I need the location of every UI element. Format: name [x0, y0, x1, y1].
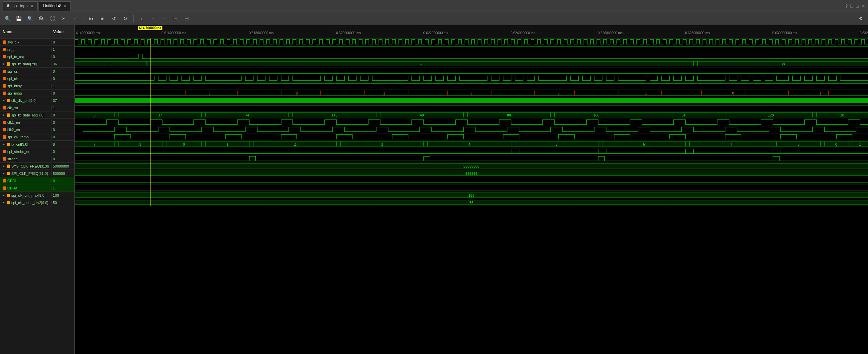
timeline-marker: 0.620000000 ms — [336, 31, 361, 35]
expand-icon[interactable]: ▶ — [3, 99, 5, 102]
go-begin-button[interactable]: ⏮ — [87, 14, 96, 23]
signal-row[interactable]: spi_mosi0 — [0, 90, 74, 97]
reload-button[interactable]: ↺ — [109, 14, 119, 23]
waveform-area[interactable]: 614.700000 ns 0.6140000000 ms0.616000000… — [75, 25, 868, 354]
timeline-marker: 0.618000000 ms — [249, 31, 274, 35]
signal-name-text: tx_cnt[3:0] — [11, 142, 28, 146]
arrow-button[interactable]: → — [70, 14, 80, 23]
signal-row[interactable]: spi_tx_req0 — [0, 53, 74, 60]
signal-row[interactable]: spi_cs0 — [0, 68, 74, 75]
signal-row[interactable]: spi_clk_temp0 — [0, 133, 74, 141]
signal-type-icon — [3, 157, 6, 161]
expand-icon[interactable]: ▶ — [3, 143, 5, 146]
help-button[interactable]: ? — [845, 3, 848, 9]
signal-list-panel: Name Value sys_clk0rst_n1spi_tx_req0▶spi… — [0, 25, 75, 354]
signal-name-text: spi_busy — [7, 84, 22, 88]
tab-untitled4[interactable]: Untitled 4* ✕ — [39, 1, 70, 11]
signal-row[interactable]: spi_clk0 — [0, 75, 74, 82]
zoom-in-button[interactable]: 🔍 — [25, 14, 35, 23]
signal-name-text: spi_clk_cnt_max[9:0] — [11, 193, 45, 198]
signal-name-text: spi_clk_cnt..._div2[9:0] — [11, 201, 48, 205]
expand-icon[interactable]: ▶ — [3, 201, 5, 204]
signal-name-label: spi_strobe_en — [0, 150, 51, 153]
signal-type-icon — [3, 150, 6, 153]
signal-row[interactable]: ▶spi_tx_data_reg[7:0]0 — [0, 111, 74, 119]
signal-row[interactable]: ▶spi_clk_cnt..._div2[9:0]50 — [0, 199, 74, 206]
signal-name-label: sys_clk — [0, 40, 51, 44]
signal-row[interactable]: ▶spi_clk_cnt_max[9:0]100 — [0, 192, 74, 199]
settings-button[interactable]: ⚙ — [856, 14, 865, 23]
waveform-canvas[interactable] — [75, 38, 868, 206]
expand-icon[interactable]: ▶ — [3, 113, 5, 116]
search-button[interactable]: 🔍 — [3, 14, 12, 23]
signal-row[interactable]: strobe0 — [0, 155, 74, 163]
signal-row[interactable]: clk2_en0 — [0, 126, 74, 133]
tab-tb-spi[interactable]: tb_spi_top.v ✕ — [3, 1, 37, 11]
signal-row[interactable]: ▶clk_div_cnt[9:0]37 — [0, 97, 74, 104]
signal-type-icon — [3, 128, 6, 131]
signal-type-icon — [3, 106, 6, 109]
signal-name-label: clk2_en — [0, 128, 51, 132]
signal-row[interactable]: CPOL0 — [0, 177, 74, 184]
svg-line-1 — [42, 20, 43, 21]
expand-icon[interactable]: ▶ — [3, 165, 5, 168]
step-fwd-button[interactable]: ↻ — [121, 14, 130, 23]
signal-name-label: clk1_en — [0, 120, 51, 125]
cursor-left-button[interactable]: ← — [148, 14, 157, 23]
signal-row[interactable]: ▶tx_cnt[3:0]8 — [0, 141, 74, 148]
signal-row[interactable]: rst_n1 — [0, 46, 74, 53]
cursor-v-button[interactable]: ↕ — [137, 14, 146, 23]
signal-value-text: 0 — [51, 113, 74, 117]
cut-button[interactable]: ✂ — [59, 14, 68, 23]
snap-button[interactable]: ⊢ — [171, 14, 180, 23]
signal-type-icon — [7, 201, 10, 204]
signal-row[interactable]: CPHA1 — [0, 184, 74, 192]
signal-name-text: spi_clk — [7, 77, 19, 81]
tab-tb-spi-close[interactable]: ✕ — [31, 4, 33, 8]
signal-row[interactable]: spi_busy1 — [0, 82, 74, 90]
column-value-header: Value — [51, 25, 74, 38]
signal-row[interactable]: ▶SYS_CLK_FREQ[31:0]50000000 — [0, 163, 74, 170]
timeline-marker: 0.632000000 ms — [860, 31, 868, 35]
signal-row[interactable]: ▶SPI_CLK_FREQ[31:0]500000 — [0, 170, 74, 177]
expand-icon[interactable]: ▶ — [3, 194, 5, 197]
signal-type-icon — [7, 194, 10, 197]
signal-name-label: spi_mosi — [0, 91, 51, 95]
go-next-button[interactable]: ⏭ — [98, 14, 107, 23]
timeline-marker: 0.626000000 ms — [598, 31, 623, 35]
extend-button[interactable]: ⊣ — [182, 14, 191, 23]
signal-name-label: strobe — [0, 157, 51, 161]
signal-type-icon — [3, 40, 6, 44]
signal-name-label: ▶spi_clk_cnt..._div2[9:0] — [0, 201, 51, 205]
signal-value-text: 1 — [51, 47, 74, 51]
cursor-right-button[interactable]: → — [159, 14, 169, 23]
save-button[interactable]: 💾 — [14, 14, 23, 23]
signal-type-icon — [7, 172, 10, 175]
signal-row[interactable]: clk_en1 — [0, 104, 74, 111]
signal-row[interactable]: clk1_en0 — [0, 119, 74, 126]
timeline-marker: 0.622000000 ms — [423, 31, 448, 35]
signal-row[interactable]: sys_clk0 — [0, 38, 74, 46]
signal-name-label: spi_busy — [0, 84, 51, 88]
tab-untitled4-label: Untitled 4* — [43, 4, 61, 8]
close-button[interactable]: ✕ — [861, 3, 865, 9]
signal-row[interactable]: ▶spi_tx_data[7:0]36 — [0, 60, 74, 68]
signal-name-label: ▶SPI_CLK_FREQ[31:0] — [0, 172, 51, 176]
maximize-button[interactable]: □ — [856, 3, 859, 9]
signal-type-icon — [7, 113, 10, 117]
signal-value-text: 0 — [51, 69, 74, 73]
signal-type-icon — [3, 70, 6, 73]
signal-name-label: ▶tx_cnt[3:0] — [0, 142, 51, 146]
signal-value-text: 0 — [51, 150, 74, 153]
expand-icon[interactable]: ▶ — [3, 172, 5, 175]
timeline-header[interactable]: 614.700000 ns 0.6140000000 ms0.616000000… — [75, 25, 868, 38]
signal-type-icon — [3, 92, 6, 95]
signal-value-text: 1 — [51, 106, 74, 110]
zoom-in2-button[interactable] — [36, 14, 46, 23]
signal-value-text: 8 — [51, 142, 74, 146]
minimize-button[interactable]: □ — [850, 3, 853, 9]
expand-icon[interactable]: ▶ — [3, 62, 5, 65]
signal-row[interactable]: spi_strobe_en0 — [0, 148, 74, 155]
fit-screen-button[interactable]: ⛶ — [48, 14, 57, 23]
tab-untitled4-close[interactable]: ✕ — [63, 4, 66, 8]
